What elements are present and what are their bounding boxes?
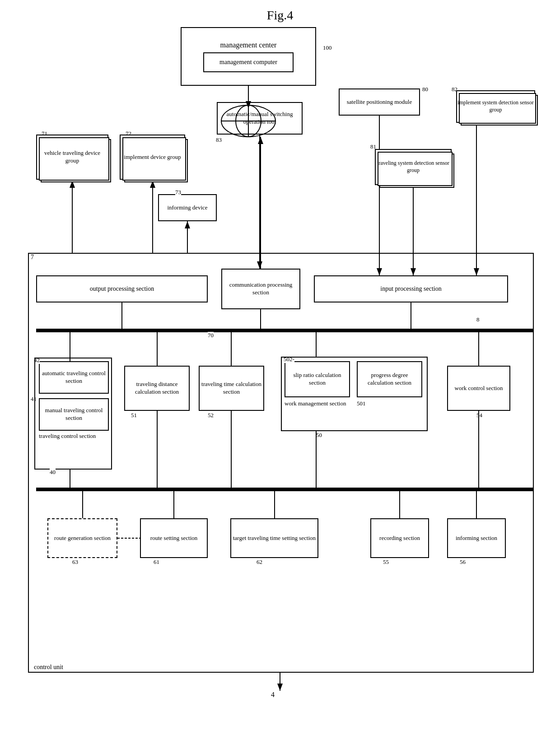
informing-section-label: informing section: [456, 535, 497, 542]
recording-box: recording section: [370, 518, 429, 558]
auto-manual-box: automatic/manual switching operation too…: [217, 102, 303, 135]
management-computer-box: management computer: [203, 52, 294, 72]
work-control-box: work control section: [447, 366, 510, 411]
label-73: 73: [175, 189, 181, 196]
management-center-box: management center management computer: [181, 27, 316, 86]
input-processing-box: input processing section: [314, 275, 508, 302]
work-management-border: [281, 357, 428, 431]
traveling-distance-box: traveling distance calculation section: [124, 366, 190, 411]
label-63: 63: [72, 558, 78, 566]
implement-sensor-label: implement system detection sensor group: [457, 99, 534, 113]
satellite-label: satellite positioning module: [347, 98, 412, 106]
traveling-time-label: traveling time calculation section: [200, 381, 263, 396]
label-55: 55: [383, 558, 389, 566]
label-7: 7: [31, 254, 34, 261]
label-54: 54: [476, 412, 482, 419]
label-51: 51: [131, 412, 137, 419]
target-traveling-time-label: target traveling time setting section: [233, 535, 316, 542]
label-83: 83: [216, 136, 222, 144]
control-unit-label: control unit: [34, 664, 63, 671]
traveling-sensor-box: traveling system detection sensor group: [375, 149, 452, 185]
bus-line-70: [36, 329, 534, 332]
label-70: 70: [208, 332, 214, 339]
route-setting-label: route setting section: [150, 535, 198, 542]
label-62: 62: [257, 558, 262, 566]
traveling-distance-label: traveling distance calculation section: [125, 381, 189, 396]
input-processing-label: input processing section: [380, 285, 441, 293]
comm-processing-label: communication processing section: [222, 281, 299, 297]
route-setting-box: route setting section: [140, 518, 208, 558]
informing-section-box: informing section: [447, 518, 506, 558]
implement-device-box: implement device group: [120, 135, 185, 180]
label-100: 100: [323, 44, 332, 51]
comm-processing-box: communication processing section: [221, 269, 300, 309]
satellite-box: satellite positioning module: [339, 88, 420, 116]
label-50: 50: [316, 432, 322, 439]
label-4: 4: [271, 691, 275, 699]
vehicle-traveling-label: vehicle traveling device group: [37, 149, 107, 165]
traveling-time-box: traveling time calculation section: [199, 366, 264, 411]
label-52: 52: [208, 412, 214, 419]
management-computer-label: management computer: [219, 58, 277, 66]
recording-label: recording section: [379, 535, 420, 542]
label-56: 56: [460, 558, 466, 566]
auto-manual-label: automatic/manual switching operation too…: [218, 111, 302, 126]
vehicle-traveling-box: vehicle traveling device group: [36, 135, 108, 180]
implement-sensor-box: implement system detection sensor group: [456, 90, 535, 123]
route-generation-box: route generation section: [47, 518, 117, 558]
label-40: 40: [50, 469, 56, 476]
work-control-label: work control section: [455, 385, 503, 392]
fig-title: Fig.4: [267, 8, 293, 23]
label-61: 61: [154, 558, 159, 566]
management-center-label: management center: [203, 41, 294, 50]
bus-line-lower: [36, 488, 534, 491]
output-processing-box: output processing section: [36, 275, 208, 302]
traveling-sensor-label: traveling system detection sensor group: [376, 160, 451, 174]
implement-device-label: implement device group: [124, 154, 181, 161]
informing-device-label: informing device: [167, 204, 207, 212]
traveling-control-border: [34, 358, 112, 470]
label-80: 80: [422, 86, 428, 93]
diagram: Fig.4 management center management compu…: [0, 0, 560, 735]
informing-device-box: informing device: [158, 194, 217, 221]
target-traveling-time-box: target traveling time setting section: [230, 518, 318, 558]
label-8: 8: [476, 316, 480, 323]
route-generation-label: route generation section: [54, 535, 111, 542]
output-processing-label: output processing section: [90, 285, 154, 293]
